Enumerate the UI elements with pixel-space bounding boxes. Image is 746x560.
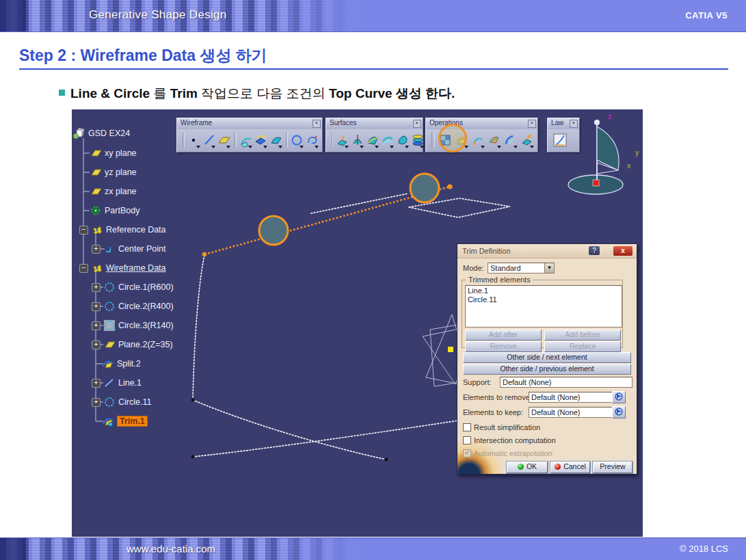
tree-item-trim1[interactable]: Trim.1 (102, 415, 148, 427)
circle-icon[interactable] (291, 131, 304, 149)
toolbar-surfaces[interactable]: Surfaces ▪ (325, 118, 423, 152)
trimmed-elements-list[interactable]: Line.1 Circle.11 (465, 285, 622, 328)
law-icon[interactable] (552, 131, 568, 149)
chevron-down-icon[interactable]: ▼ (544, 263, 554, 273)
element-picker-button[interactable] (612, 406, 626, 418)
expand-expander[interactable]: + (92, 379, 101, 388)
tree-label: Split.2 (117, 359, 141, 369)
compass-z-label: z (608, 112, 612, 120)
preview-button[interactable]: Preview (593, 462, 632, 473)
point-icon[interactable] (187, 131, 201, 149)
toolbar-close-icon[interactable]: ▪ (312, 120, 321, 128)
offset-icon[interactable] (381, 131, 395, 149)
tree-item-circle2[interactable]: + Circle.2(R400) (92, 300, 174, 312)
expand-expander[interactable]: + (92, 302, 101, 311)
elements-to-remove-field[interactable]: Default (None) (529, 392, 613, 403)
line-icon[interactable] (202, 131, 216, 149)
element-picker-button[interactable] (612, 391, 626, 403)
result-simplification-checkbox[interactable] (463, 423, 471, 431)
tree-label-selected: Trim.1 (117, 416, 148, 427)
mode-select[interactable]: Standard ▼ (488, 263, 555, 274)
trim-highlight-circle-1 (259, 216, 288, 245)
bullet-ko-3: 생성 한다. (392, 86, 455, 101)
trim-icon[interactable] (454, 131, 469, 149)
viewport-3d[interactable]: z y x GSD EX24 xy plane yz plane zx p (72, 109, 643, 537)
tree-item-center-point[interactable]: + Center Point (92, 243, 165, 255)
tree-item-circle3[interactable]: + Circle.3(R140) (92, 319, 174, 332)
tree-item-wireframe-data[interactable]: − Wireframe Data (79, 262, 166, 274)
toolbar-grip[interactable] (332, 133, 333, 148)
trim-definition-dialog[interactable]: Trim Definition ? x Mode: Standard ▼ Tri… (457, 243, 637, 475)
tree-item-split2[interactable]: Split.2 (102, 358, 141, 370)
replace-button[interactable]: Replace (544, 341, 621, 352)
other-side-previous-button[interactable]: Other side / previous element (463, 364, 631, 375)
support-field[interactable]: Default (None) (500, 377, 632, 388)
combine-curve-icon[interactable] (254, 131, 268, 149)
elements-to-remove-label: Elements to remove: (463, 393, 532, 401)
toolbar-grip[interactable] (183, 133, 185, 148)
tree-item-reference-data[interactable]: − Reference Data (79, 224, 166, 236)
reflect-line-icon[interactable] (269, 131, 283, 149)
add-before-button[interactable]: Add before (544, 330, 621, 341)
extract-icon[interactable] (487, 131, 502, 149)
close-button[interactable]: x (613, 246, 632, 256)
toolbar-operations[interactable]: Operations ▪ (425, 118, 538, 152)
multi-section-icon[interactable] (411, 131, 425, 149)
tree-item-yz-plane[interactable]: yz plane (90, 166, 137, 178)
expand-expander[interactable]: + (92, 341, 101, 349)
extrude-icon[interactable] (336, 131, 349, 149)
fill-icon[interactable] (396, 131, 410, 149)
tree-item-circle1[interactable]: + Circle.1(R600) (92, 281, 174, 293)
help-button[interactable]: ? (589, 246, 600, 255)
toolbar-wireframe[interactable]: Wireframe ▪ (176, 118, 323, 152)
bullet-line-circle: Line & Circle (70, 86, 150, 101)
toolbar-close-icon[interactable]: ▪ (413, 120, 421, 128)
tree-item-root[interactable]: GSD EX24 (73, 127, 130, 139)
sweep-icon[interactable] (366, 131, 379, 149)
expand-expander[interactable]: + (92, 321, 101, 330)
elements-to-keep-field[interactable]: Default (None) (529, 407, 613, 418)
tree-label: zx plane (105, 187, 137, 196)
list-item[interactable]: Line.1 (466, 286, 622, 295)
tree-item-partbody[interactable]: PartBody (90, 204, 139, 217)
boundary-icon[interactable] (470, 131, 485, 149)
cancel-button[interactable]: Cancel (550, 462, 590, 473)
tree-item-line1[interactable]: + Line.1 (92, 377, 142, 389)
expand-expander[interactable]: + (92, 398, 101, 407)
page-title-ko: 생성 하기 (196, 46, 267, 64)
tree-item-xy-plane[interactable]: xy plane (90, 147, 137, 159)
expand-expander[interactable]: + (92, 245, 101, 254)
toolbar-close-icon[interactable]: ▪ (570, 120, 578, 128)
translate-icon[interactable] (520, 131, 535, 149)
tree-item-zx-plane[interactable]: zx plane (90, 185, 137, 198)
join-icon[interactable] (438, 131, 453, 149)
other-side-next-button[interactable]: Other side / next element (463, 352, 631, 363)
tree-item-plane2[interactable]: + Plane.2(Z=35) (92, 338, 173, 351)
remove-button[interactable]: Remove (465, 341, 542, 352)
spiral-icon[interactable] (306, 131, 319, 149)
fillet-icon[interactable] (503, 131, 518, 149)
tree-label: Circle.2(R400) (118, 302, 174, 311)
expand-expander[interactable]: + (92, 283, 101, 292)
list-item[interactable]: Circle.11 (466, 295, 622, 304)
slide: Generative Shape Design CATIA V5 Step 2 … (0, 0, 746, 560)
tree-label: xy plane (105, 148, 137, 158)
collapse-expander[interactable]: − (79, 226, 88, 235)
automatic-extrapolation-checkbox[interactable]: ✓ (463, 449, 471, 457)
revolve-icon[interactable] (351, 131, 364, 149)
toolbar-law[interactable]: Law ▪ (547, 118, 580, 152)
toolbar-grip[interactable] (431, 133, 435, 148)
dialog-titlebar[interactable]: Trim Definition ? x (457, 244, 637, 258)
plane2-handle (448, 347, 453, 352)
tree-item-circle11[interactable]: + Circle.11 (92, 396, 151, 408)
tree-label: Reference Data (106, 225, 166, 235)
intersection-computation-checkbox[interactable] (463, 436, 471, 444)
collapse-expander[interactable]: − (79, 264, 88, 273)
bullet-text: Line & Circle 를 Trim 작업으로 다음 조건의 Top Cur… (70, 85, 686, 103)
projection-curve-icon[interactable] (239, 131, 253, 149)
toolbar-close-icon[interactable]: ▪ (528, 120, 536, 128)
ok-button[interactable]: OK (507, 462, 548, 473)
add-after-button[interactable]: Add after (465, 330, 542, 341)
intersection-computation-label: Intersection computation (474, 436, 556, 444)
plane-icon[interactable] (217, 131, 231, 149)
